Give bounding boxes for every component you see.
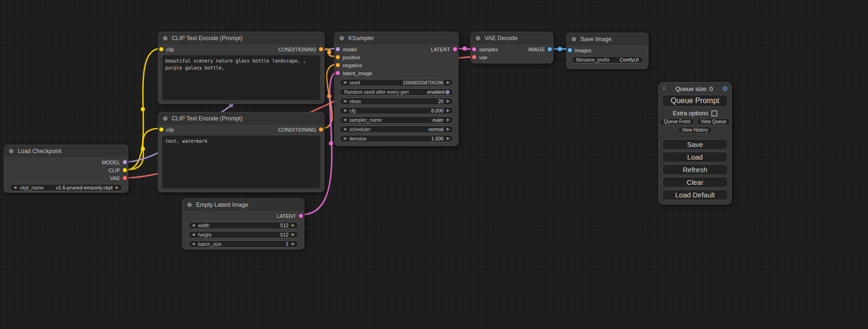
decrement-arrow-icon[interactable]: ◀ (343, 109, 346, 112)
node-title-bar[interactable]: KSampler (335, 32, 458, 44)
vae-output-slot[interactable] (123, 176, 127, 180)
increment-arrow-icon[interactable]: ▶ (292, 233, 295, 237)
width-widget[interactable]: ◀ width 512 ▶ (188, 222, 298, 229)
collapse-dot-icon[interactable] (163, 116, 168, 121)
denoise-widget[interactable]: ◀ denoise 1.000 ▶ (339, 135, 453, 142)
model-output-slot[interactable] (123, 160, 127, 164)
input-label: positive (343, 55, 360, 60)
node-title: CLIP Text Encode (Prompt) (172, 115, 243, 122)
slot-row: CLIP (4, 166, 128, 174)
increment-arrow-icon[interactable]: ▶ (292, 242, 295, 246)
ckpt-name-widget[interactable]: ◀ ckpt_name v1-5-pruned-emaonly.ckpt ▶ (10, 184, 122, 191)
node-title: Load Checkpoint (18, 148, 62, 154)
node-title: Empty Latent Image (196, 202, 248, 208)
decrement-arrow-icon[interactable]: ◀ (343, 118, 346, 122)
extra-options-checkbox[interactable] (712, 111, 717, 116)
decrement-arrow-icon[interactable]: ◀ (343, 81, 346, 84)
node-vae-decode[interactable]: VAE Decode samples IMAGE vae (471, 32, 553, 63)
node-ksampler[interactable]: KSampler model LATENT positive negative … (334, 32, 459, 146)
node-title-bar[interactable]: CLIP Text Encode (Prompt) (158, 32, 324, 44)
images-input-slot[interactable] (568, 48, 572, 52)
clip-input-slot[interactable] (159, 127, 163, 132)
decrement-arrow-icon[interactable]: ◀ (192, 242, 195, 246)
output-label: VAE (110, 175, 120, 181)
node-title-bar[interactable]: VAE Decode (471, 32, 553, 44)
vae-input-slot[interactable] (472, 55, 476, 59)
output-label: CONDITIONING (278, 47, 316, 52)
decrement-arrow-icon[interactable]: ◀ (343, 137, 346, 140)
image-output-slot[interactable] (548, 47, 552, 51)
input-label: clip (166, 127, 174, 133)
node-load-checkpoint[interactable]: Load Checkpoint MODEL CLIP VAE ◀ ckpt_na… (4, 145, 128, 193)
settings-gear-icon[interactable]: ⚙ (722, 85, 728, 92)
node-clip-text-encode-negative[interactable]: CLIP Text Encode (Prompt) clip CONDITION… (158, 112, 325, 192)
view-history-button[interactable]: View History (678, 126, 712, 133)
node-title-bar[interactable]: CLIP Text Encode (Prompt) (158, 112, 324, 125)
widget-label: steps (349, 98, 361, 104)
save-button[interactable]: Save (662, 139, 728, 150)
latent-output-slot[interactable] (453, 47, 457, 51)
increment-arrow-icon[interactable]: ▶ (447, 118, 450, 122)
node-title-bar[interactable]: Empty Latent Image (183, 199, 304, 211)
widget-value: 1.000 (431, 136, 444, 141)
increment-arrow-icon[interactable]: ▶ (116, 186, 119, 189)
decrement-arrow-icon[interactable]: ◀ (343, 127, 346, 131)
widget-value: 512 (280, 223, 289, 228)
samples-input-slot[interactable] (472, 47, 476, 51)
random-seed-toggle-widget[interactable]: Random seed after every gen enabled (339, 88, 453, 96)
decrement-arrow-icon[interactable]: ◀ (343, 99, 346, 103)
scheduler-widget[interactable]: ◀ scheduler normal ▶ (339, 126, 453, 133)
node-title-bar[interactable]: Save Image (567, 33, 648, 45)
load-button[interactable]: Load (662, 152, 728, 162)
collapse-dot-icon[interactable] (339, 36, 344, 41)
decrement-arrow-icon[interactable]: ◀ (192, 224, 195, 227)
negative-input-slot[interactable] (336, 63, 340, 67)
queue-front-button[interactable]: Queue Front (660, 118, 694, 125)
batch-size-widget[interactable]: ◀ batch_size 1 ▶ (188, 240, 298, 248)
load-default-button[interactable]: Load Default (662, 189, 728, 200)
collapse-dot-icon[interactable] (476, 36, 480, 41)
drag-handle-icon[interactable]: ⠿ (662, 85, 666, 92)
increment-arrow-icon[interactable]: ▶ (292, 224, 295, 227)
clear-button[interactable]: Clear (662, 177, 728, 188)
slot-row: MODEL (4, 158, 128, 166)
toggle-dot-icon[interactable] (445, 90, 450, 94)
collapse-dot-icon[interactable] (163, 36, 168, 41)
decrement-arrow-icon[interactable]: ◀ (14, 186, 16, 189)
decrement-arrow-icon[interactable]: ◀ (192, 233, 195, 237)
collapse-dot-icon[interactable] (9, 149, 14, 154)
conditioning-output-slot[interactable] (319, 127, 323, 132)
height-widget[interactable]: ◀ height 512 ▶ (188, 231, 298, 238)
conditioning-output-slot[interactable] (319, 47, 323, 51)
increment-arrow-icon[interactable]: ▶ (447, 109, 450, 112)
cfg-widget[interactable]: ◀ cfg 8.000 ▶ (339, 107, 453, 114)
clip-output-slot[interactable] (123, 168, 127, 172)
increment-arrow-icon[interactable]: ▶ (447, 99, 450, 103)
queue-prompt-button[interactable]: Queue Prompt (662, 95, 728, 107)
increment-arrow-icon[interactable]: ▶ (447, 137, 450, 140)
node-clip-text-encode-positive[interactable]: CLIP Text Encode (Prompt) clip CONDITION… (158, 32, 325, 104)
filename-prefix-widget[interactable]: filename_prefix ComfyUI (572, 56, 643, 63)
negative-prompt-textarea[interactable]: text, watermark (162, 135, 320, 189)
steps-widget[interactable]: ◀ steps 20 ▶ (339, 98, 453, 105)
collapse-dot-icon[interactable] (187, 203, 192, 207)
increment-arrow-icon[interactable]: ▶ (447, 81, 450, 84)
node-title-bar[interactable]: Load Checkpoint (4, 145, 128, 157)
latent-output-slot[interactable] (299, 214, 303, 218)
widget-value: enabled (427, 89, 445, 95)
latent-image-input-slot[interactable] (336, 71, 340, 75)
view-queue-button[interactable]: View Queue (697, 118, 730, 125)
increment-arrow-icon[interactable]: ▶ (447, 127, 450, 131)
refresh-button[interactable]: Refresh (662, 164, 728, 175)
collapse-dot-icon[interactable] (572, 37, 576, 42)
sampler-name-widget[interactable]: ◀ sampler_name euler ▶ (339, 116, 453, 124)
seed-widget[interactable]: ◀ seed 156680208700286 ▶ (339, 79, 453, 86)
clip-input-slot[interactable] (159, 47, 163, 51)
model-input-slot[interactable] (336, 47, 340, 51)
widget-label: seed (349, 80, 360, 85)
positive-prompt-textarea[interactable]: beautiful scenery nature glass bottle la… (162, 55, 320, 100)
widget-value: ComfyUI (620, 57, 639, 63)
positive-input-slot[interactable] (336, 55, 340, 59)
node-empty-latent-image[interactable]: Empty Latent Image LATENT ◀ width 512 ▶ … (182, 198, 304, 250)
node-save-image[interactable]: Save Image images filename_prefix ComfyU… (566, 33, 649, 69)
